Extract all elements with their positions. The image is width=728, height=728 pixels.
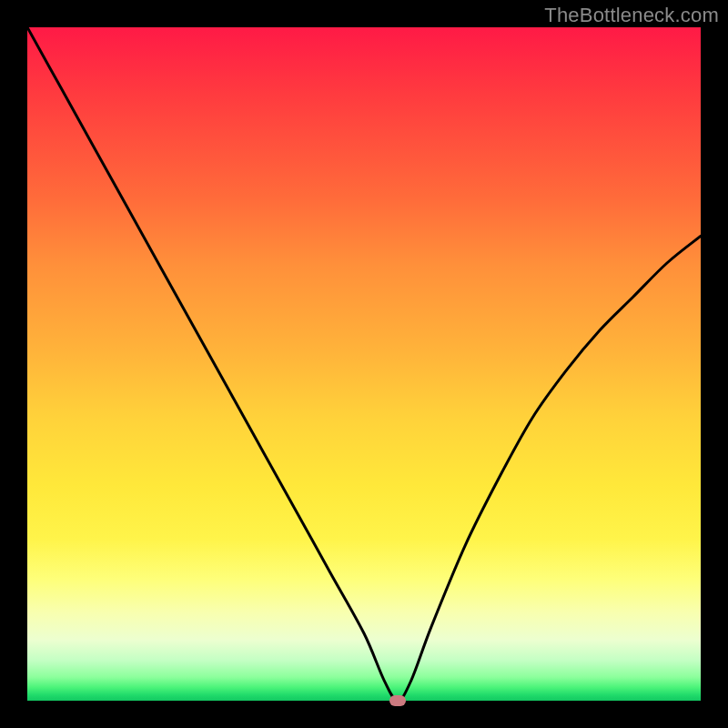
bottleneck-curve (27, 27, 701, 701)
plot-area (27, 27, 701, 701)
chart-frame: TheBottleneck.com (0, 0, 728, 728)
watermark-text: TheBottleneck.com (544, 4, 719, 27)
optimum-marker (389, 695, 406, 706)
